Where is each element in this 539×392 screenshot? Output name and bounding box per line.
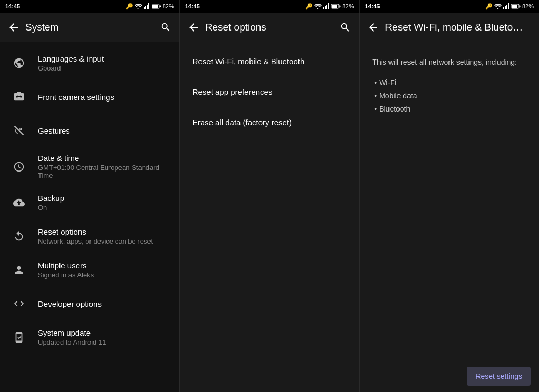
svg-rect-0 (144, 7, 145, 9)
reset-wifi-panel: Reset Wi-Fi, mobile & Blueto… This will … (360, 13, 539, 392)
system-back-button[interactable] (4, 18, 23, 37)
gestures-icon (8, 120, 29, 141)
reset-wifi-title: Reset Wi-Fi, mobile & Blueto… (383, 22, 535, 33)
svg-rect-2 (147, 5, 148, 9)
battery-icon-3 (511, 4, 521, 9)
reset-options-back-button[interactable] (184, 18, 203, 37)
system-panel: System Languages & input Gboard (0, 13, 180, 392)
key-icon-2: 🔑 (305, 3, 313, 10)
developer-options-item[interactable]: Developer options (0, 287, 179, 320)
multiple-users-text: Multiple users Signed in as Aleks (38, 261, 171, 279)
reset-wifi-description: This will reset all network settings, in… (360, 46, 539, 127)
backup-title: Backup (38, 194, 171, 203)
reset-app-prefs-item[interactable]: Reset app preferences (180, 77, 360, 107)
svg-rect-16 (506, 5, 507, 9)
languages-subtitle: Gboard (38, 64, 171, 72)
battery-pct-1: 82% (163, 3, 174, 9)
camera-front-icon (8, 86, 29, 107)
gestures-title: Gestures (38, 126, 171, 135)
system-update-item[interactable]: System update Updated to Android 11 (0, 320, 179, 354)
key-icon-1: 🔑 (126, 3, 133, 10)
status-right-2: 🔑 82% (305, 3, 354, 10)
svg-rect-8 (325, 6, 326, 9)
status-right-1: 🔑 82% (126, 3, 174, 10)
reset-options-title: Reset options (203, 22, 336, 33)
svg-rect-10 (328, 3, 329, 9)
bullet-mobile: Mobile data (374, 89, 526, 103)
svg-rect-13 (332, 5, 337, 8)
multiple-users-title: Multiple users (38, 261, 171, 270)
reset-wifi-description-text: This will reset all network settings, in… (372, 57, 526, 68)
wifi-icon-3 (494, 3, 502, 9)
status-bar-2: 14:45 🔑 (180, 0, 360, 13)
battery-icon-1 (152, 4, 161, 9)
bullet-bluetooth: Bluetooth (374, 103, 526, 116)
svg-rect-7 (323, 7, 324, 9)
factory-reset-item[interactable]: Erase all data (factory reset) (180, 107, 360, 138)
key-icon-3: 🔑 (485, 3, 493, 10)
person-icon (8, 259, 29, 280)
languages-text: Languages & input Gboard (38, 54, 171, 72)
battery-pct-3: 82% (522, 3, 534, 9)
globe-icon (8, 53, 29, 74)
system-search-button[interactable] (156, 18, 175, 37)
system-update-text: System update Updated to Android 11 (38, 328, 171, 346)
svg-rect-6 (152, 5, 158, 8)
signal-icon-1 (144, 3, 150, 9)
system-update-subtitle: Updated to Android 11 (38, 338, 171, 346)
front-camera-item[interactable]: Front camera settings (0, 80, 179, 114)
languages-title: Languages & input (38, 54, 171, 63)
svg-rect-14 (503, 7, 504, 9)
reset-wifi-header: Reset Wi-Fi, mobile & Blueto… (360, 13, 539, 42)
wifi-icon-2 (314, 3, 322, 9)
time-1: 14:45 (5, 3, 20, 9)
reset-options-item[interactable]: Reset options Network, apps, or device c… (0, 219, 179, 253)
reset-options-panel: Reset options Reset Wi-Fi, mobile & Blue… (180, 13, 360, 392)
backup-item[interactable]: Backup On (0, 186, 179, 219)
reset-settings-button[interactable]: Reset settings (467, 367, 531, 386)
svg-rect-3 (148, 3, 149, 9)
svg-rect-19 (519, 6, 520, 7)
reset-options-title: Reset options (38, 227, 171, 236)
backup-text: Backup On (38, 194, 171, 212)
date-time-title: Date & time (38, 154, 171, 163)
reset-app-prefs-label: Reset app preferences (193, 87, 273, 96)
date-time-text: Date & time GMT+01:00 Central European S… (38, 154, 171, 179)
backup-subtitle: On (38, 204, 171, 212)
reset-options-search-button[interactable] (336, 18, 355, 37)
reset-wifi-footer: Reset settings (360, 360, 539, 392)
panels: System Languages & input Gboard (0, 13, 539, 392)
reset-options-list: Reset Wi-Fi, mobile & Bluetooth Reset ap… (180, 42, 360, 392)
gestures-item[interactable]: Gestures (0, 114, 179, 147)
status-bars: 14:45 🔑 (0, 0, 539, 13)
reset-icon (8, 226, 29, 247)
system-items-list: Languages & input Gboard Front camera se… (0, 42, 179, 392)
svg-rect-12 (340, 6, 341, 7)
reset-options-subtitle: Network, apps, or device can be reset (38, 237, 171, 245)
signal-icon-3 (503, 3, 510, 9)
reset-options-text: Reset options Network, apps, or device c… (38, 227, 171, 245)
clock-icon (8, 156, 29, 177)
svg-rect-1 (145, 6, 146, 9)
code-icon (8, 293, 29, 314)
system-update-icon (8, 327, 29, 348)
svg-rect-15 (505, 6, 506, 9)
reset-wifi-item[interactable]: Reset Wi-Fi, mobile & Bluetooth (180, 46, 360, 77)
wifi-icon-1 (135, 3, 142, 9)
reset-wifi-label: Reset Wi-Fi, mobile & Bluetooth (193, 57, 305, 66)
time-2: 14:45 (185, 3, 200, 9)
cloud-upload-icon (8, 192, 29, 213)
battery-pct-2: 82% (342, 3, 354, 9)
developer-options-text: Developer options (38, 299, 171, 308)
multiple-users-item[interactable]: Multiple users Signed in as Aleks (0, 253, 179, 287)
languages-item[interactable]: Languages & input Gboard (0, 46, 179, 80)
factory-reset-label: Erase all data (factory reset) (193, 118, 292, 127)
reset-wifi-back-button[interactable] (364, 18, 383, 37)
multiple-users-subtitle: Signed in as Aleks (38, 271, 171, 279)
reset-options-header: Reset options (180, 13, 360, 42)
date-time-item[interactable]: Date & time GMT+01:00 Central European S… (0, 147, 179, 186)
front-camera-text: Front camera settings (38, 93, 171, 102)
svg-rect-17 (508, 3, 509, 9)
reset-wifi-content: This will reset all network settings, in… (360, 42, 539, 360)
gestures-text: Gestures (38, 126, 171, 135)
